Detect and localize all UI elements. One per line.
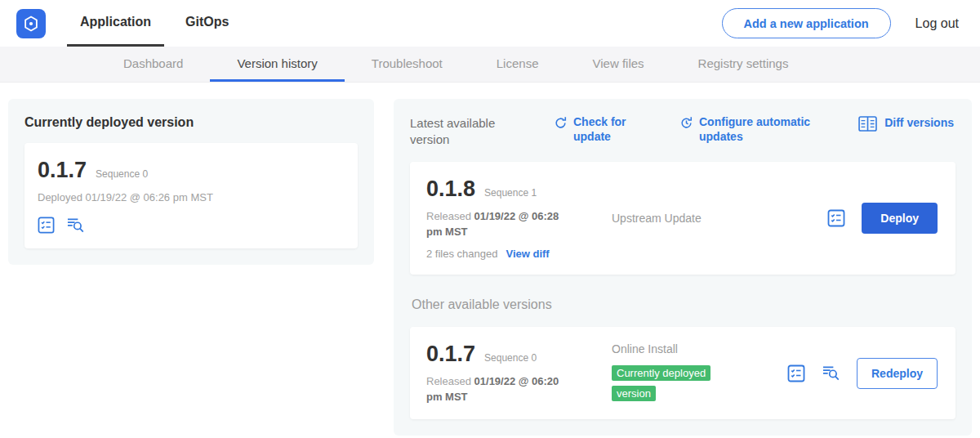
deployed-version-card: 0.1.7 Sequence 0 Deployed 01/19/22 @ 06:… [24, 143, 358, 248]
app-logo[interactable] [16, 9, 46, 38]
diff-versions-icon [858, 116, 877, 132]
deployed-version-row: 0.1.7 Sequence 0 [38, 158, 345, 183]
latest-version-number: 0.1.8 [426, 177, 475, 202]
app-subnav: Dashboard Version history Troubleshoot L… [0, 47, 980, 83]
other-release-info: 0.1.7 Sequence 0 Released 01/19/22 @ 06:… [426, 342, 610, 405]
latest-released-timestamp: Released 01/19/22 @ 06:28 pm MST [426, 209, 573, 240]
files-changed-label: 2 files changed [426, 248, 497, 260]
latest-release-info: 0.1.8 Sequence 1 Released 01/19/22 @ 06:… [426, 177, 610, 260]
logout-link[interactable]: Log out [915, 16, 959, 31]
release-notes-icon[interactable] [787, 364, 805, 382]
deploy-button[interactable]: Deploy [862, 203, 938, 234]
redeploy-button[interactable]: Redeploy [857, 358, 938, 389]
tab-gitops-label: GitOps [185, 15, 229, 29]
check-for-update-link[interactable]: Check for update [554, 115, 634, 144]
main-content: Currently deployed version 0.1.7 Sequenc… [0, 83, 980, 438]
tab-application[interactable]: Application [67, 0, 164, 47]
check-for-update-label: Check for update [573, 115, 634, 144]
add-application-button[interactable]: Add a new application [722, 8, 891, 38]
diff-versions-link[interactable]: Diff versions [858, 115, 954, 132]
view-diff-link[interactable]: View diff [506, 248, 549, 260]
subnav-item-dashboard[interactable]: Dashboard [96, 47, 210, 82]
release-notes-icon[interactable] [38, 217, 55, 234]
available-versions-panel: Latest available version Check for updat… [394, 99, 972, 436]
subnav-item-version-history[interactable]: Version history [210, 47, 344, 82]
deployed-timestamp: Deployed 01/19/22 @ 06:26 pm MST [38, 190, 345, 206]
primary-tabs: Application GitOps [67, 0, 250, 47]
other-versions-title: Other available versions [412, 297, 956, 312]
view-diff-icon[interactable] [66, 217, 85, 234]
other-release-card: 0.1.7 Sequence 0 Released 01/19/22 @ 06:… [410, 327, 956, 420]
subnav-item-registry-settings[interactable]: Registry settings [671, 47, 816, 82]
other-release-controls: Redeploy [787, 358, 938, 389]
configure-updates-label: Configure automatic updates [699, 115, 813, 144]
app-logo-icon [22, 15, 40, 33]
currently-deployed-title: Currently deployed version [24, 115, 358, 130]
latest-release-controls: Deploy [827, 203, 938, 234]
top-navbar: Application GitOps Add a new application… [0, 0, 980, 47]
latest-release-source: Upstream Update [610, 212, 827, 225]
tab-gitops[interactable]: GitOps [172, 0, 242, 47]
release-notes-icon[interactable] [827, 209, 845, 227]
diff-versions-label: Diff versions [884, 116, 954, 131]
available-versions-header: Latest available version Check for updat… [410, 115, 956, 147]
latest-sequence-label: Sequence 1 [484, 187, 537, 199]
navbar-right: Add a new application Log out [722, 0, 964, 47]
other-release-source: Online Install [612, 342, 787, 355]
refresh-icon [554, 116, 568, 130]
clock-refresh-icon [679, 116, 693, 130]
other-release-source-col: Online Install Currently deployed versio… [610, 342, 787, 404]
currently-deployed-badge: Currently deployed version [612, 365, 710, 401]
tab-application-label: Application [80, 15, 151, 29]
deployed-actions [38, 217, 345, 234]
deployed-version-number: 0.1.7 [38, 158, 87, 183]
released-prefix: Released [426, 210, 471, 222]
view-diff-icon[interactable] [822, 364, 840, 382]
deployed-badge-wrap: Currently deployed version [612, 363, 734, 404]
subnav-item-license[interactable]: License [470, 47, 566, 82]
configure-updates-link[interactable]: Configure automatic updates [679, 115, 813, 144]
released-prefix: Released [426, 375, 471, 387]
other-released-timestamp: Released 01/19/22 @ 06:20 pm MST [426, 374, 573, 405]
other-sequence-label: Sequence 0 [484, 352, 537, 364]
latest-release-card: 0.1.8 Sequence 1 Released 01/19/22 @ 06:… [410, 162, 956, 275]
currently-deployed-panel: Currently deployed version 0.1.7 Sequenc… [8, 99, 374, 265]
deployed-sequence-label: Sequence 0 [96, 168, 148, 180]
latest-available-title: Latest available version [410, 115, 524, 147]
subnav-item-view-files[interactable]: View files [565, 47, 670, 82]
other-version-number: 0.1.7 [426, 342, 475, 367]
subnav-item-troubleshoot[interactable]: Troubleshoot [345, 47, 470, 82]
